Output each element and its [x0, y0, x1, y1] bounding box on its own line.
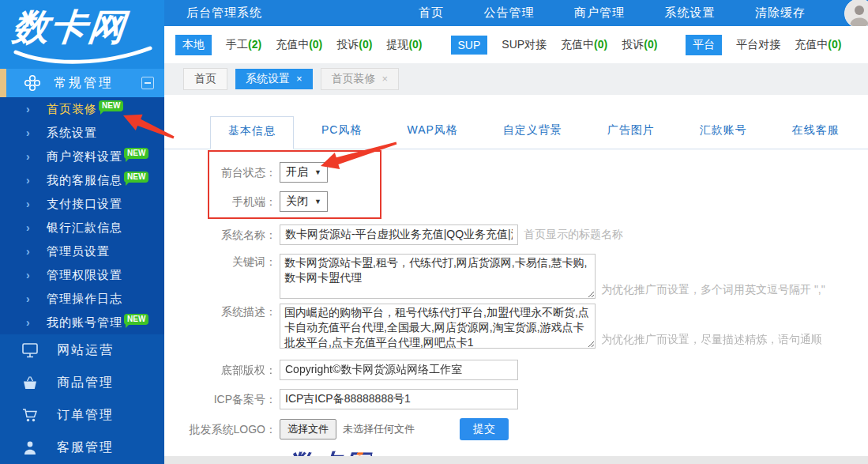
chevron-right-icon: › [26, 221, 47, 234]
chevron-right-icon: › [26, 174, 47, 187]
copyright-label: 底部版权： [164, 362, 276, 378]
sidebar-item-merchant-profile[interactable]: › 商户资料设置 NEW [0, 145, 164, 168]
keywords-label: 关键词： [164, 254, 276, 270]
nav-item-home[interactable]: 首页 [419, 6, 444, 21]
basic-info-form: 前台状态： 开启▼ 手机端： 关闭▼ 系统名称： 首页显示的标题名称 关键词： … [164, 162, 868, 464]
logo-upload-label: 批发系统LOGO： [164, 421, 276, 437]
keywords-row: 关键词： 数卡网货源站卡盟,租号，代练代打,网店货源网,卡易信,慧卡购,数卡网卡… [164, 254, 868, 299]
open-page-tabs: 首页 系统设置× 首页装修× [164, 63, 868, 95]
sidebar-item-admin-permissions[interactable]: › 管理权限设置 [0, 263, 164, 287]
sidebar-section-order-mgmt[interactable]: 订单管理 [0, 399, 164, 432]
chevron-right-icon: › [26, 245, 47, 258]
sidebar-item-payment-interface[interactable]: › 支付接口设置 [0, 192, 164, 216]
logo-upload-row: 批发系统LOGO： 选择文件 未选择任何文件 提交 [164, 418, 868, 440]
order-status-bar: 本地 手工(2) 充值中(0) 投诉(0) 提现(0) SUP SUP对接 充值… [164, 26, 868, 63]
sidebar-item-my-service-info[interactable]: › 我的客服信息 NEW [0, 168, 164, 192]
system-title: 后台管理系统 [186, 6, 262, 21]
chevron-right-icon: › [26, 103, 47, 115]
status-item-sup-complaints[interactable]: 投诉(0) [622, 38, 657, 52]
new-badge: NEW [99, 100, 123, 111]
submit-button[interactable]: 提交 [460, 418, 509, 440]
sidebar-section-product-mgmt[interactable]: 商品管理 [0, 367, 164, 399]
sidebar-item-system-settings[interactable]: › 系统设置 [0, 121, 164, 145]
basket-icon [22, 375, 43, 391]
mobile-row: 手机端： 关闭▼ [164, 191, 868, 212]
keywords-textarea[interactable]: 数卡网货源站卡盟,租号，代练代打,网店货源网,卡易信,慧卡购,数卡网卡盟代理 [280, 254, 596, 299]
status-group-local: 本地 手工(2) 充值中(0) 投诉(0) 提现(0) [175, 35, 423, 55]
close-icon[interactable]: × [296, 73, 302, 85]
nav-item-system-settings[interactable]: 系统设置 [665, 6, 716, 21]
system-name-input[interactable] [280, 224, 518, 245]
status-item-complaints[interactable]: 投诉(0) [336, 38, 372, 52]
front-status-row: 前台状态： 开启▼ [164, 162, 868, 183]
sidebar-item-admin-settings[interactable]: › 管理员设置 [0, 240, 164, 263]
status-item-withdrawals[interactable]: 提现(0) [386, 38, 422, 52]
brand-logo[interactable]: 数卡网 [0, 0, 164, 69]
sidebar-item-admin-logs[interactable]: › 管理操作日志 [0, 287, 164, 311]
crumb-tab-homepage-decor[interactable]: 首页装修× [321, 68, 400, 90]
system-name-row: 系统名称： 首页显示的标题名称 [164, 224, 868, 245]
keywords-hint: 为优化推广而设置，多个词用英文逗号隔开 "," [601, 283, 825, 297]
tab-pc-style[interactable]: PC风格 [304, 116, 379, 149]
chevron-right-icon: › [26, 150, 47, 163]
nav-item-clear-cache[interactable]: 清除缓存 [755, 6, 806, 21]
tab-online-service[interactable]: 在线客服 [775, 116, 857, 149]
close-icon[interactable]: × [382, 73, 389, 85]
copyright-input[interactable] [280, 360, 518, 380]
status-item-platform-link[interactable]: 平台对接 [736, 38, 780, 52]
icp-label: ICP备案号： [164, 391, 276, 407]
description-textarea[interactable]: 国内崛起的购物平台，租号代练代打平台,加盟代理永不断货,点卡自动充值平台代理,全… [280, 304, 596, 349]
sidebar-item-bank-remittance[interactable]: › 银行汇款信息 [0, 216, 164, 240]
description-hint: 为优化推广而设置，尽量描述精炼，语句通顺 [601, 333, 822, 347]
sidebar: 数卡网 常规管理 › 首页装修 NEW › 系统设置 › 商户资料设置 [0, 0, 164, 464]
description-row: 系统描述： 国内崛起的购物平台，租号代练代打平台,加盟代理永不断货,点卡自动充值… [164, 304, 868, 349]
nav-item-announcement[interactable]: 公告管理 [484, 6, 535, 21]
chevron-right-icon: › [26, 269, 47, 281]
sidebar-group-general[interactable]: 常规管理 [0, 69, 164, 97]
tab-basic-info[interactable]: 基本信息 [210, 116, 294, 149]
system-name-hint: 首页显示的标题名称 [524, 228, 623, 242]
file-select-button[interactable]: 选择文件 [280, 419, 336, 439]
tab-custom-background[interactable]: 自定义背景 [486, 116, 580, 149]
status-item-platform-recharging[interactable]: 充值中(0) [795, 38, 841, 52]
status-item-manual[interactable]: 手工(2) [226, 38, 261, 52]
icp-row: ICP备案号： [164, 389, 868, 409]
sidebar-section-service-mgmt[interactable]: 客服管理 [0, 432, 164, 464]
sidebar-group-title: 常规管理 [54, 75, 114, 92]
status-item-recharging[interactable]: 充值中(0) [276, 38, 322, 52]
sidebar-section-website-ops[interactable]: 网站运营 [0, 334, 164, 367]
tab-remittance-account[interactable]: 汇款账号 [682, 116, 765, 149]
badge-local[interactable]: 本地 [175, 35, 212, 55]
collapse-icon[interactable] [141, 77, 154, 89]
mobile-select[interactable]: 关闭▼ [280, 191, 328, 212]
sidebar-item-homepage-decor[interactable]: › 首页装修 NEW [0, 97, 164, 121]
user-avatar[interactable] [844, 0, 868, 28]
chevron-right-icon: › [26, 126, 47, 139]
nav-item-merchant[interactable]: 商户管理 [574, 6, 625, 21]
sidebar-item-my-account[interactable]: › 我的账号管理 NEW [0, 311, 164, 334]
mobile-label: 手机端： [164, 194, 276, 209]
status-item-sup-link[interactable]: SUP对接 [502, 38, 547, 52]
footer-strip [164, 456, 868, 464]
main-content: 基本信息 PC风格 WAP风格 自定义背景 广告图片 汇款账号 在线客服 前台状… [164, 95, 868, 464]
sidebar-submenu: › 首页装修 NEW › 系统设置 › 商户资料设置 NEW › 我的客服信息 … [0, 97, 164, 334]
badge-sup[interactable]: SUP [451, 36, 488, 55]
front-status-select[interactable]: 开启▼ [280, 162, 328, 183]
brand-text: 数卡网 [10, 6, 166, 47]
badge-platform[interactable]: 平台 [686, 35, 722, 55]
monitor-icon [22, 343, 43, 359]
admin-page: 数卡网 常规管理 › 首页装修 NEW › 系统设置 › 商户资料设置 [0, 0, 868, 464]
sidebar-sections: 网站运营 商品管理 订单管理 客服管理 [0, 334, 164, 464]
status-group-platform: 平台 平台对接 充值中(0) [686, 35, 841, 55]
topbar: 后台管理系统 首页 公告管理 商户管理 系统设置 清除缓存 [164, 0, 868, 26]
crumb-tab-home[interactable]: 首页 [183, 68, 227, 90]
crumb-tab-system-settings[interactable]: 系统设置× [235, 69, 313, 89]
status-item-sup-recharging[interactable]: 充值中(0) [561, 38, 607, 52]
icp-input[interactable] [280, 389, 518, 409]
chevron-right-icon: › [26, 292, 47, 305]
tab-ad-images[interactable]: 广告图片 [590, 116, 672, 149]
new-badge: NEW [124, 172, 148, 183]
settings-tabs: 基本信息 PC风格 WAP风格 自定义背景 广告图片 汇款账号 在线客服 [164, 116, 868, 149]
status-group-sup: SUP SUP对接 充值中(0) 投诉(0) [451, 36, 658, 55]
tab-wap-style[interactable]: WAP风格 [389, 116, 475, 149]
